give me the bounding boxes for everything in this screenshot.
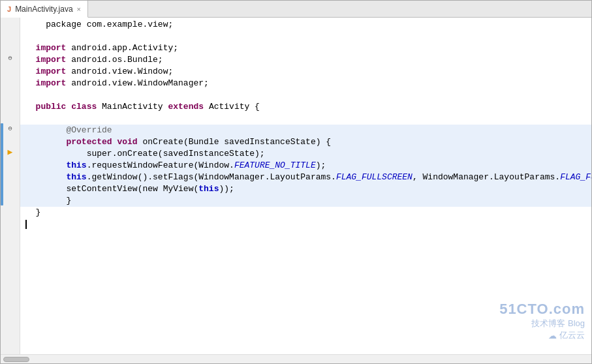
code-line: import android.view.Window;: [20, 66, 591, 78]
code-line: @Override: [20, 125, 591, 136]
code-line: [20, 348, 591, 354]
collapse-method-marker[interactable]: ⊖: [1, 123, 20, 135]
code-line: }: [20, 195, 591, 207]
scrollbar-thumb[interactable]: [3, 357, 29, 362]
horizontal-scrollbar[interactable]: [1, 354, 591, 363]
java-file-icon: J: [7, 5, 11, 13]
code-line: setContentView(new MyView( this ));: [20, 183, 591, 195]
code-line: public class MainActivity extends Activi…: [20, 101, 591, 113]
arrow-marker: ▶: [1, 147, 20, 159]
collapse-import-marker[interactable]: ⊖: [1, 53, 20, 65]
code-line: [20, 230, 591, 242]
code-line: [20, 242, 591, 254]
code-line: super.onCreate(savedInstanceState);: [20, 148, 591, 160]
tab-filename: MainActivity.java: [15, 5, 72, 14]
code-line: [20, 336, 591, 348]
code-line: import android.os.Bundle;: [20, 54, 591, 66]
close-tab-icon[interactable]: ×: [77, 5, 81, 13]
code-line: [20, 254, 591, 265]
code-line: }: [20, 207, 591, 219]
editor-window: J MainActivity.java × ⊖ ⊖ ▶ package com.…: [0, 0, 592, 364]
code-line: [20, 31, 591, 42]
editor-body: ⊖ ⊖ ▶ package com.example.view;: [1, 18, 591, 354]
code-lines: package com.example.view; import android…: [20, 18, 591, 354]
code-line: this .getWindow().setFlags(WindowManager…: [20, 172, 591, 183]
code-line: [20, 89, 591, 101]
code-line: [20, 289, 591, 301]
tab-bar: J MainActivity.java ×: [1, 1, 591, 18]
code-line: [20, 277, 591, 289]
selection-bar: [1, 123, 3, 205]
code-line: this .requestWindowFeature(Window. FEATU…: [20, 160, 591, 172]
code-line: import android.view.WindowManager;: [20, 78, 591, 89]
line-gutter: ⊖ ⊖ ▶: [1, 18, 20, 354]
code-line: [20, 324, 591, 336]
code-line: [20, 301, 591, 312]
code-editor[interactable]: package com.example.view; import android…: [20, 18, 591, 354]
editor-tab[interactable]: J MainActivity.java ×: [1, 1, 88, 18]
code-line: import android.app.Activity;: [20, 42, 591, 54]
code-line: [20, 219, 591, 230]
cursor: [25, 220, 27, 229]
code-line: protected void onCreate(Bundle savedInst…: [20, 136, 591, 148]
code-line: package com.example.view;: [20, 19, 591, 31]
code-line: [20, 113, 591, 125]
code-line: [20, 265, 591, 277]
code-line: [20, 312, 591, 324]
